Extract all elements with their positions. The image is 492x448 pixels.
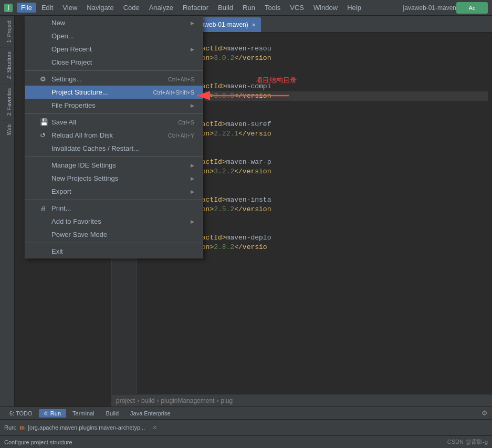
- menu-export[interactable]: Export: [25, 185, 203, 198]
- tool-label-favorites[interactable]: 2: Favorites: [0, 84, 14, 120]
- tab-close-icon[interactable]: ✕: [252, 22, 256, 28]
- tool-label-structure[interactable]: Z: Structure: [0, 47, 14, 83]
- breadcrumb-plugin-mgmt[interactable]: pluginManagement: [161, 397, 214, 404]
- settings-icon: ⚙: [40, 75, 49, 83]
- menu-new-projects-settings[interactable]: New Projects Settings: [25, 172, 203, 185]
- file-dropdown-menu: New Open... Open Recent Close Project ⚙ …: [25, 16, 203, 258]
- breadcrumb-bar: project › build › pluginManagement › plu…: [112, 394, 492, 407]
- action-button[interactable]: Ac: [456, 2, 488, 14]
- maven-run-icon: m: [19, 424, 25, 431]
- divider-4: [25, 200, 203, 200]
- menu-help[interactable]: Help: [343, 3, 365, 13]
- run-close-icon[interactable]: ✕: [152, 424, 157, 431]
- run-content: Run: m [org.apache.maven.plugins:maven-a…: [0, 420, 492, 435]
- menu-run[interactable]: Run: [238, 3, 259, 13]
- menu-project-structure[interactable]: Project Structure... Ctrl+Alt+Shift+S: [25, 86, 203, 99]
- menu-new[interactable]: New: [25, 16, 203, 29]
- tool-labels: 1: Project Z: Structure 2: Favorites Web: [0, 16, 15, 407]
- bottom-panel: 6: TODO 4: Run Terminal Build Java Enter…: [0, 407, 492, 435]
- breadcrumb-sep-1: ›: [137, 397, 139, 404]
- menu-close-project[interactable]: Close Project: [25, 56, 203, 69]
- breadcrumb-sep-3: ›: [216, 397, 218, 404]
- menu-file-properties[interactable]: File Properties: [25, 99, 203, 112]
- app-icon: j: [4, 4, 13, 12]
- run-settings-icon[interactable]: ⚙: [481, 409, 488, 417]
- menu-analyze[interactable]: Analyze: [145, 3, 177, 13]
- menu-edit[interactable]: Edit: [37, 3, 57, 13]
- divider-2: [25, 113, 203, 114]
- breadcrumb-plug[interactable]: plug: [221, 397, 233, 404]
- menu-window[interactable]: Window: [309, 3, 342, 13]
- menu-manage-ide[interactable]: Manage IDE Settings: [25, 159, 203, 172]
- menu-code[interactable]: Code: [119, 3, 144, 13]
- menu-reload[interactable]: ↺ Reload All from Disk Ctrl+Alt+Y: [25, 129, 203, 142]
- tab-java-enterprise[interactable]: Java Enterprise: [125, 409, 175, 418]
- tab-terminal[interactable]: Terminal: [67, 409, 100, 418]
- title-bar: j File Edit View Navigate Code Analyze R…: [0, 0, 492, 16]
- save-icon: 💾: [40, 118, 49, 126]
- divider-3: [25, 157, 203, 157]
- tool-label-project[interactable]: 1: Project: [0, 16, 14, 47]
- reload-icon: ↺: [40, 131, 49, 139]
- breadcrumb-sep-2: ›: [156, 397, 159, 404]
- breadcrumb-build[interactable]: build: [141, 397, 154, 404]
- menu-exit[interactable]: Exit: [25, 245, 203, 258]
- status-message: Configure project structure: [4, 439, 72, 445]
- print-icon: 🖨: [40, 204, 49, 212]
- menu-settings[interactable]: ⚙ Settings... Ctrl+Alt+S: [25, 72, 203, 86]
- tool-label-web[interactable]: Web: [0, 120, 14, 139]
- tab-run[interactable]: 4: Run: [39, 409, 66, 418]
- menu-print[interactable]: 🖨 Print...: [25, 202, 203, 215]
- title-actions: Ac: [456, 2, 488, 14]
- menu-tools[interactable]: Tools: [260, 3, 285, 13]
- menu-open-recent[interactable]: Open Recent: [25, 43, 203, 56]
- menu-open[interactable]: Open...: [25, 29, 203, 43]
- divider-5: [25, 243, 203, 243]
- breadcrumb-project[interactable]: project: [116, 397, 135, 404]
- window-title: javaweb-01-maven: [403, 4, 456, 12]
- run-tabs: 6: TODO 4: Run Terminal Build Java Enter…: [0, 407, 492, 420]
- menu-view[interactable]: View: [58, 3, 81, 13]
- menu-invalidate-caches[interactable]: Invalidate Caches / Restart...: [25, 142, 203, 155]
- menu-refactor[interactable]: Refactor: [179, 3, 213, 13]
- status-right: CSDN @背影-g: [447, 438, 488, 446]
- menu-build[interactable]: Build: [214, 3, 237, 13]
- run-text: [org.apache.maven.plugins:maven-archetyp…: [28, 424, 145, 431]
- menu-file[interactable]: File: [17, 3, 36, 13]
- menu-save-all[interactable]: 💾 Save All Ctrl+S: [25, 116, 203, 129]
- divider-1: [25, 70, 203, 71]
- menu-bar: File Edit View Navigate Code Analyze Ref…: [17, 3, 398, 13]
- menu-vcs[interactable]: VCS: [286, 3, 308, 13]
- menu-add-favorites[interactable]: Add to Favorites: [25, 215, 203, 228]
- menu-navigate[interactable]: Navigate: [82, 3, 118, 13]
- run-label: Run:: [4, 424, 16, 431]
- tab-todo[interactable]: 6: TODO: [4, 409, 38, 418]
- dropdown-container: New Open... Open Recent Close Project ⚙ …: [25, 16, 203, 258]
- tab-build[interactable]: Build: [101, 409, 124, 418]
- menu-power-save[interactable]: Power Save Mode: [25, 228, 203, 241]
- status-bar: Configure project structure CSDN @背影-g: [0, 435, 492, 448]
